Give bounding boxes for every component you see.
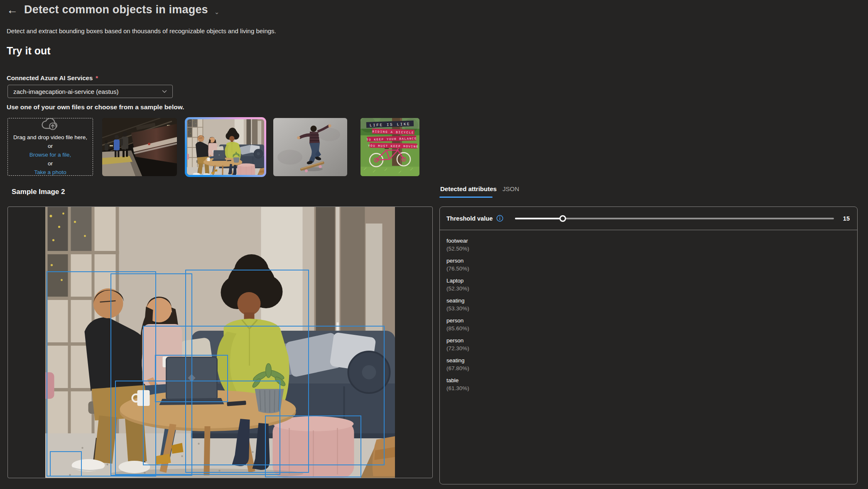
upload-dropzone[interactable]: Drag and drop video file here, or Browse… (7, 118, 93, 176)
slider-thumb[interactable] (559, 215, 566, 222)
dropzone-or: or (48, 160, 53, 167)
threshold-label: Threshold value (446, 215, 493, 222)
detection-name: table (446, 377, 851, 383)
detection-name: person (446, 317, 851, 324)
detection-confidence: (76.50%) (446, 265, 851, 272)
detection-confidence: (72.30%) (446, 345, 851, 351)
dropzone-or: or (48, 143, 53, 149)
detection-confidence: (53.30%) (446, 305, 851, 312)
detection-item: table (61.30%) (446, 377, 851, 391)
detection-confidence: (85.60%) (446, 325, 851, 332)
bounding-box-table (115, 381, 280, 475)
tab-detected-attributes[interactable]: Detected attributes (440, 185, 497, 192)
sample-instruction: Use one of your own files or choose from… (7, 103, 184, 111)
detected-image (45, 207, 395, 478)
detections-list: footwear (52.50%) person (76.50%) Laptop… (440, 230, 857, 405)
detection-item: footwear (52.50%) (446, 238, 851, 252)
detection-confidence: (52.30%) (446, 285, 851, 292)
cloud-upload-icon (42, 118, 59, 131)
try-it-out-heading: Try it out (7, 45, 51, 57)
required-asterisk: * (96, 74, 98, 81)
detection-item: person (76.50%) (446, 258, 851, 272)
threshold-row: Threshold value 15 (440, 207, 857, 230)
connected-service-label: Connected Azure AI Services* (7, 74, 98, 81)
browse-file-link[interactable]: Browse for a file, (29, 152, 71, 158)
detection-name: footwear (446, 238, 851, 244)
sample-thumbnail-skateboarder[interactable] (273, 118, 347, 176)
detection-name: seating (446, 297, 851, 304)
page-header: ← Detect common objects in images ⌄ (7, 3, 219, 16)
detection-name: person (446, 337, 851, 344)
back-arrow-icon[interactable]: ← (7, 4, 18, 16)
sample-thumbnail-bicycle-poster[interactable]: LIFE IS LIKE RIDING A BICYCLE TO KEEP YO… (360, 118, 419, 176)
detection-item: seating (53.30%) (446, 297, 851, 312)
sample-image-label: Sample Image 2 (12, 188, 65, 196)
detection-item: person (85.60%) (446, 317, 851, 332)
tab-selected-underline (439, 197, 493, 198)
detection-image-panel (7, 206, 433, 478)
threshold-value: 15 (843, 215, 850, 222)
bounding-box-layer (45, 207, 395, 478)
sample-photo-illustration (187, 119, 264, 175)
chevron-down-icon (162, 88, 167, 94)
detection-item: person (72.30%) (446, 337, 851, 351)
slider-fill (515, 218, 563, 219)
detection-confidence: (67.80%) (446, 365, 851, 371)
detection-name: Laptop (446, 278, 851, 284)
title-chevron-down-icon[interactable]: ⌄ (214, 8, 220, 16)
info-icon[interactable] (496, 215, 503, 222)
bounding-box-seating (265, 415, 361, 477)
tab-json[interactable]: JSON (503, 185, 519, 192)
page-description: Detect and extract bounding boxes based … (7, 27, 276, 34)
page-title: Detect common objects in images (24, 3, 208, 16)
dropzone-text: Drag and drop video file here, (13, 134, 87, 140)
service-dropdown-value: zach-imagecaption-ai-service (eastus) (13, 88, 162, 95)
results-card: Threshold value 15 footwear (52.50%) per… (439, 206, 858, 484)
detection-item: seating (67.80%) (446, 357, 851, 371)
sample-thumbnail-image (187, 119, 264, 175)
detection-name: person (446, 258, 851, 264)
bounding-box-footwear (50, 451, 82, 477)
detection-name: seating (446, 357, 851, 364)
sample-thumbnail-train-station[interactable] (102, 118, 177, 176)
threshold-slider[interactable] (515, 215, 834, 222)
take-photo-link[interactable]: Take a photo (34, 169, 66, 175)
detection-confidence: (61.30%) (446, 385, 851, 391)
detection-confidence: (52.50%) (446, 246, 851, 252)
service-dropdown[interactable]: zach-imagecaption-ai-service (eastus) (7, 85, 173, 98)
detection-item: Laptop (52.30%) (446, 278, 851, 292)
sample-thumbnail-people-meeting-selected[interactable] (185, 117, 266, 177)
